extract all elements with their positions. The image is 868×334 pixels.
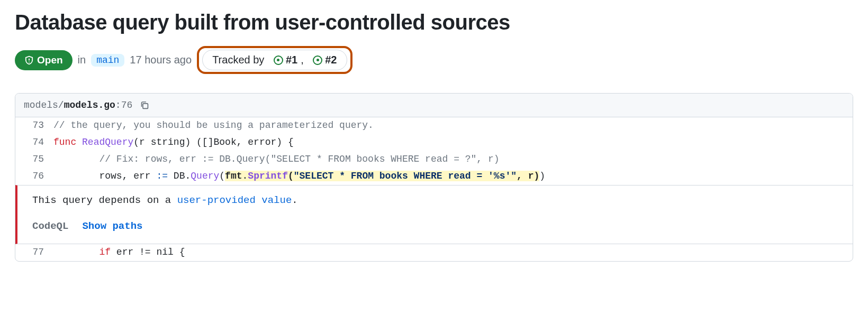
alert-box: This query depends on a user-provided va…: [15, 185, 853, 245]
svg-rect-2: [143, 103, 148, 108]
codeql-label: CodeQL: [32, 219, 68, 234]
time-ago: 17 hours ago: [130, 54, 192, 66]
line-number: 73: [15, 118, 53, 133]
issue-1-ref: #1: [286, 54, 297, 66]
line-number: 76: [15, 169, 53, 184]
tracked-by-label: Tracked by: [212, 54, 264, 66]
line-number: 75: [15, 152, 53, 167]
code-line-74: 74 func ReadQuery(r string) ([]Book, err…: [15, 134, 853, 151]
copy-icon[interactable]: [140, 100, 150, 110]
code-line-75: 75 // Fix: rows, err := DB.Query("SELECT…: [15, 151, 853, 168]
svg-point-1: [29, 61, 30, 62]
tracked-by-pill: Tracked by #1 , #2: [202, 50, 347, 70]
issue-2-ref: #2: [325, 54, 337, 66]
meta-row: Open in main 17 hours ago Tracked by #1 …: [15, 46, 853, 74]
code-body: 73 // the query, you should be using a p…: [15, 117, 853, 261]
status-badge-open: Open: [15, 50, 73, 70]
code-line-76: 76 rows, err := DB.Query(fmt.Sprintf("SE…: [15, 168, 853, 185]
code-line-77: 77 if err != nil {: [15, 244, 853, 261]
issue-open-icon: [313, 55, 322, 65]
branch-chip[interactable]: main: [91, 54, 124, 67]
tracked-issue-1[interactable]: #1: [274, 54, 297, 66]
tracked-issue-2[interactable]: #2: [313, 54, 337, 66]
in-label: in: [78, 54, 86, 66]
code-header: models/models.go:76: [15, 94, 853, 117]
code-panel: models/models.go:76 73 // the query, you…: [15, 93, 853, 262]
tracked-by-highlight: Tracked by #1 , #2: [197, 46, 352, 74]
page-title: Database query built from user-controlle…: [15, 11, 853, 34]
shield-alert-icon: [24, 55, 34, 65]
show-paths-button[interactable]: Show paths: [82, 219, 142, 234]
file-path[interactable]: models/models.go:76: [24, 100, 132, 110]
line-number: 74: [15, 135, 53, 150]
tracked-separator: ,: [301, 54, 304, 66]
line-number: 77: [15, 245, 53, 260]
issue-open-icon: [274, 55, 283, 65]
code-line-73: 73 // the query, you should be using a p…: [15, 117, 853, 134]
status-label: Open: [37, 54, 63, 66]
user-provided-value-link[interactable]: user-provided value: [177, 194, 292, 206]
alert-message: This query depends on a user-provided va…: [32, 193, 838, 208]
